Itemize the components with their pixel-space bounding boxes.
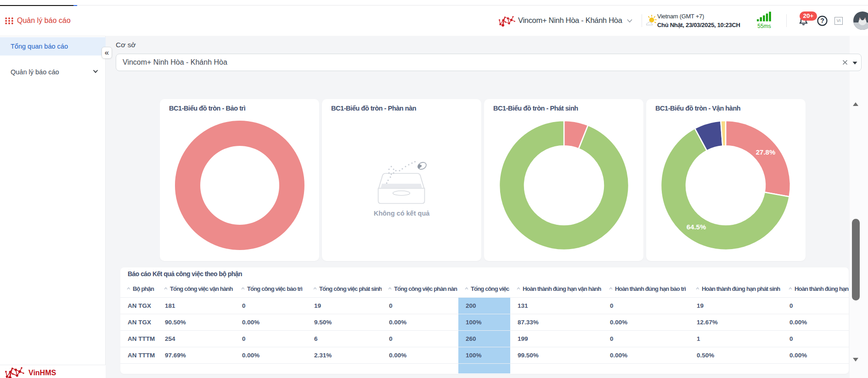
svg-text:?: ? <box>820 17 824 24</box>
